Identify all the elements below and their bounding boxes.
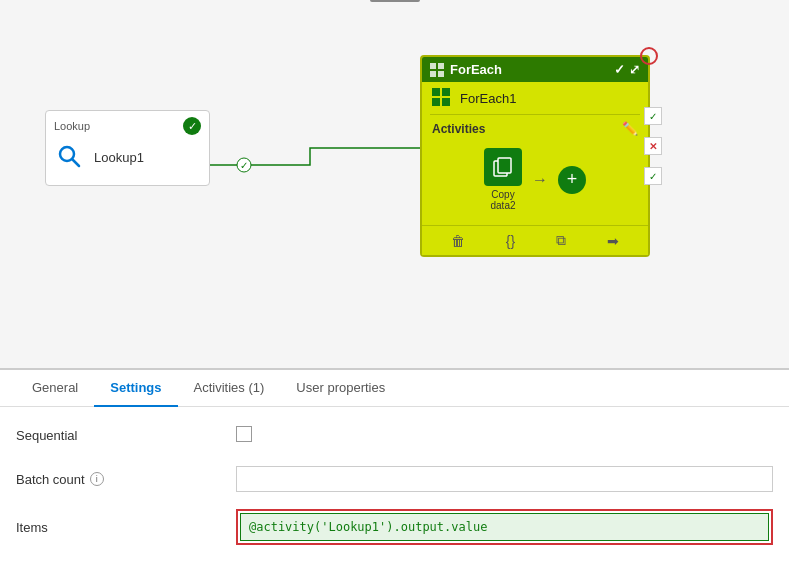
svg-rect-11 [432, 98, 440, 106]
copy-data-node: Copydata2 [484, 148, 522, 211]
batch-count-input[interactable] [236, 466, 773, 492]
lookup-search-icon [54, 141, 86, 173]
lookup-check-icon: ✓ [183, 117, 201, 135]
svg-rect-8 [438, 71, 444, 77]
activities-content: Copydata2 → + [432, 144, 638, 219]
resize-handle[interactable] [370, 0, 420, 2]
items-row: Items [16, 509, 773, 545]
foreach-side-check1[interactable]: ✓ [644, 107, 662, 125]
foreach-header: ForEach ✓ ⤢ [422, 57, 648, 82]
foreach-header-icons: ✓ ⤢ [614, 62, 640, 77]
foreach-footer: 🗑 {} ⧉ ➡ [422, 225, 648, 255]
foreach-activities-section: Activities ✏️ Copydata2 → + [422, 115, 648, 225]
svg-rect-7 [430, 71, 436, 77]
items-input[interactable] [240, 513, 769, 541]
tab-activities[interactable]: Activities (1) [178, 370, 281, 407]
arrow-line: → [532, 171, 548, 189]
activities-header: Activities ✏️ [432, 121, 638, 136]
canvas-area: ✓ Lookup ✓ Lookup1 [0, 0, 789, 370]
lookup-node-label: Lookup1 [94, 150, 144, 165]
batch-count-row: Batch count i [16, 465, 773, 493]
batch-count-info-icon[interactable]: i [90, 472, 104, 486]
svg-line-4 [73, 160, 80, 167]
code-icon[interactable]: {} [506, 233, 515, 249]
foreach-check-icon: ✓ [614, 62, 625, 77]
bottom-panel: General Settings Activities (1) User pro… [0, 370, 789, 575]
items-input-wrapper [236, 509, 773, 545]
foreach-grid-icon [430, 63, 444, 77]
svg-rect-14 [498, 158, 511, 173]
delete-icon[interactable]: 🗑 [451, 233, 465, 249]
copy-data-icon [484, 148, 522, 186]
svg-text:✓: ✓ [240, 160, 248, 171]
batch-count-control [236, 466, 773, 492]
sequential-label: Sequential [16, 428, 236, 443]
tab-general[interactable]: General [16, 370, 94, 407]
foreach-title-row: ForEach1 [422, 82, 648, 114]
copy-icon[interactable]: ⧉ [556, 232, 566, 249]
add-activity-button[interactable]: + [558, 166, 586, 194]
foreach-node-icon [432, 88, 452, 108]
items-control [236, 509, 773, 545]
tabs-row: General Settings Activities (1) User pro… [0, 370, 789, 407]
svg-point-1 [237, 158, 251, 172]
foreach-side-check2[interactable]: ✓ [644, 167, 662, 185]
sequential-checkbox[interactable] [236, 426, 252, 442]
activities-label: Activities [432, 122, 485, 136]
sequential-row: Sequential [16, 421, 773, 449]
copy-data-label: Copydata2 [490, 189, 515, 211]
arrow-right-icon[interactable]: ➡ [607, 233, 619, 249]
foreach-title-label: ForEach1 [460, 91, 516, 106]
tab-user-properties[interactable]: User properties [280, 370, 401, 407]
tab-settings[interactable]: Settings [94, 370, 177, 407]
lookup-title-row: Lookup1 [54, 139, 201, 175]
activities-edit-icon[interactable]: ✏️ [622, 121, 638, 136]
red-circle-indicator [640, 47, 658, 65]
batch-count-label: Batch count i [16, 472, 236, 487]
svg-rect-6 [438, 63, 444, 69]
foreach-node: ForEach ✓ ⤢ ForEach1 Activities ✏️ [420, 55, 650, 257]
lookup-header-label: Lookup [54, 120, 90, 132]
svg-rect-12 [442, 98, 450, 106]
items-label: Items [16, 520, 236, 535]
svg-rect-5 [430, 63, 436, 69]
lookup-node: Lookup ✓ Lookup1 [45, 110, 210, 186]
foreach-header-label: ForEach [450, 62, 502, 77]
svg-rect-10 [442, 88, 450, 96]
foreach-side-x[interactable]: ✕ [644, 137, 662, 155]
sequential-control [236, 426, 773, 445]
form-area: Sequential Batch count i Items [0, 407, 789, 575]
svg-rect-9 [432, 88, 440, 96]
foreach-expand-icon[interactable]: ⤢ [629, 62, 640, 77]
foreach-header-left: ForEach [430, 62, 502, 77]
lookup-node-header: Lookup ✓ [54, 117, 201, 135]
